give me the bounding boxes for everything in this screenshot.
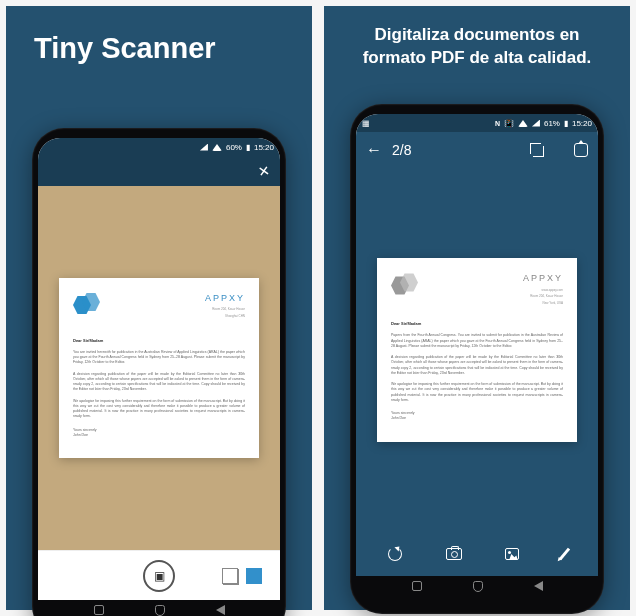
- flash-off-icon[interactable]: ✕: [257, 162, 272, 180]
- promo-panel-1: Tiny Scanner 60% ▮ 15:20 ✕: [6, 6, 312, 610]
- hex-logo-icon: [391, 272, 421, 302]
- android-softkeys: [38, 600, 280, 614]
- editor-topbar: ← 2/8: [356, 132, 598, 168]
- editor-bottombar: [356, 532, 598, 576]
- hex-logo-icon: [73, 292, 103, 322]
- camera-bottombar: ▣: [38, 550, 280, 600]
- phone-mockup-2: ▦ N 📳 61% ▮ 15:20 ← 2/8: [350, 104, 604, 614]
- camera-viewport[interactable]: APPXY Room 204, Kasur House Shanghai CHN…: [38, 186, 280, 550]
- editor-viewport[interactable]: APPXY www.appxy.com Room 204, Kasur Hous…: [356, 168, 598, 532]
- doc-addr-3: New York, USA: [523, 301, 563, 306]
- doc-header: APPXY www.appxy.com Room 204, Kasur Hous…: [391, 272, 563, 305]
- camera-topbar: ✕: [38, 156, 280, 186]
- doc-signer: John Doe: [73, 433, 245, 438]
- back-button[interactable]: [216, 605, 225, 615]
- clock-text: 15:20: [254, 143, 274, 152]
- battery-icon: ▮: [246, 143, 250, 152]
- doc-p1: You are invited herewith for publication…: [73, 350, 245, 366]
- doc-p2: A decision regarding publication of the …: [391, 355, 563, 376]
- reprocess-icon[interactable]: [388, 547, 402, 561]
- wifi-icon: [518, 120, 528, 127]
- shutter-button[interactable]: ▣: [143, 560, 175, 592]
- page-indicator: 2/8: [392, 142, 411, 158]
- doc-salutation: Dear Sir/Madam: [73, 338, 245, 344]
- home-button[interactable]: [473, 581, 483, 592]
- panel-2-title: Digitaliza documentos en formato PDF de …: [338, 18, 616, 76]
- gallery-icon[interactable]: [505, 548, 519, 560]
- apps-icon: ▦: [362, 119, 370, 128]
- battery-text: 61%: [544, 119, 560, 128]
- document-preview-2: APPXY www.appxy.com Room 204, Kasur Hous…: [377, 258, 577, 441]
- battery-icon: ▮: [564, 119, 568, 128]
- doc-addr-1: www.appxy.com: [523, 288, 563, 293]
- promo-panel-2: Digitaliza documentos en formato PDF de …: [324, 6, 630, 610]
- single-page-toggle[interactable]: [222, 568, 238, 584]
- document-preview: APPXY Room 204, Kasur House Shanghai CHN…: [59, 278, 259, 458]
- recent-apps-button[interactable]: [94, 605, 104, 615]
- home-button[interactable]: [155, 605, 165, 616]
- back-arrow-icon[interactable]: ←: [366, 141, 382, 159]
- camera-icon: ▣: [154, 569, 165, 583]
- doc-brand: APPXY: [523, 272, 563, 286]
- doc-p3: We apologise for imposing this further r…: [73, 399, 245, 420]
- batch-mode-toggle[interactable]: [246, 568, 262, 584]
- doc-addr-2: Shanghai CHN: [205, 314, 245, 319]
- doc-addr-1: Room 204, Kasur House: [205, 307, 245, 312]
- crop-icon[interactable]: [530, 143, 544, 157]
- doc-p2: A decision regarding publication of the …: [73, 372, 245, 393]
- retake-icon[interactable]: [446, 548, 462, 560]
- status-bar: 60% ▮ 15:20: [38, 138, 280, 156]
- rotate-icon[interactable]: [574, 143, 588, 157]
- phone-mockup-1: 60% ▮ 15:20 ✕ APPXY: [32, 128, 286, 616]
- clock-text: 15:20: [572, 119, 592, 128]
- vibrate-icon: 📳: [504, 119, 514, 128]
- panel-1-title: Tiny Scanner: [20, 18, 298, 71]
- phone-1-screen: 60% ▮ 15:20 ✕ APPXY: [38, 138, 280, 600]
- status-bar-2: ▦ N 📳 61% ▮ 15:20: [356, 114, 598, 132]
- doc-signer: John Doe: [391, 416, 563, 421]
- signal-icon: [532, 120, 540, 127]
- promo-container: Tiny Scanner 60% ▮ 15:20 ✕: [0, 0, 636, 616]
- wifi-icon: [212, 144, 222, 151]
- android-softkeys: [356, 576, 598, 590]
- doc-brand: APPXY: [205, 292, 245, 306]
- recent-apps-button[interactable]: [412, 581, 422, 591]
- doc-addr-2: Room 204, Kasur House: [523, 294, 563, 299]
- back-button[interactable]: [534, 581, 543, 591]
- signal-icon: [200, 144, 208, 151]
- phone-2-screen: ▦ N 📳 61% ▮ 15:20 ← 2/8: [356, 114, 598, 576]
- doc-header: APPXY Room 204, Kasur House Shanghai CHN: [73, 292, 245, 322]
- nfc-icon: N: [495, 120, 500, 127]
- doc-p1: Papers from the Fourth Annual Congress. …: [391, 333, 563, 349]
- battery-text: 60%: [226, 143, 242, 152]
- edit-icon[interactable]: [559, 548, 570, 561]
- doc-p3: We apologise for imposing this further r…: [391, 382, 563, 403]
- doc-salutation: Dear Sir/Madam: [391, 321, 563, 327]
